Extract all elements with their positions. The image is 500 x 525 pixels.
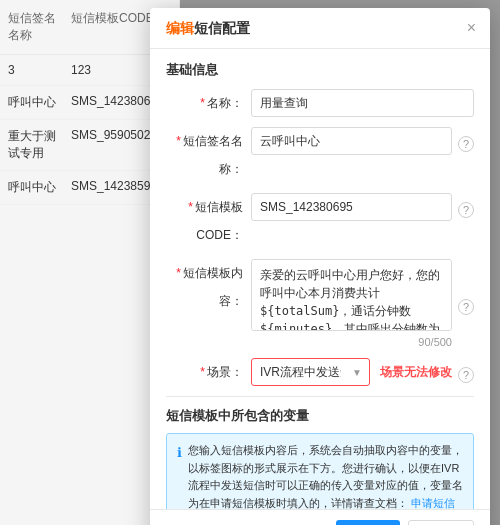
sms-content-label: *短信模板内容： <box>166 259 251 315</box>
char-count: 90/500 <box>251 336 452 348</box>
sms-code-field-row: *短信模板CODE： ? <box>166 193 474 249</box>
close-button[interactable]: × <box>467 20 476 36</box>
scene-help-icon[interactable]: ? <box>458 367 474 383</box>
info-icon: ℹ <box>177 443 182 509</box>
scene-label: *场景： <box>166 358 251 386</box>
sms-content-field-row: *短信模板内容： 亲爱的云呼叫中心用户您好，您的呼叫中心本月消费共计${tota… <box>166 259 474 348</box>
sms-code-help-icon[interactable]: ? <box>458 202 474 218</box>
sms-signature-value: ? <box>251 127 474 155</box>
scene-select-wrapper: IVR流程中发送短信 ▼ <box>251 358 370 386</box>
sms-signature-help-icon[interactable]: ? <box>458 136 474 152</box>
basic-info-title: 基础信息 <box>166 61 474 79</box>
scene-select[interactable]: IVR流程中发送短信 <box>251 358 370 386</box>
name-input[interactable] <box>251 89 474 117</box>
scene-field-row: *场景： IVR流程中发送短信 ▼ 场景无法修改 ? <box>166 358 474 386</box>
sms-signature-field-row: *短信签名名称： ? <box>166 127 474 183</box>
name-field-row: *名称： <box>166 89 474 117</box>
sms-content-textarea[interactable]: 亲爱的云呼叫中心用户您好，您的呼叫中心本月消费共计${totalSum}，通话分… <box>251 259 452 331</box>
sms-signature-label: *短信签名名称： <box>166 127 251 183</box>
name-value <box>251 89 474 117</box>
dialog-footer: 确定 取消 <box>150 509 490 525</box>
variables-title: 短信模板中所包含的变量 <box>166 407 474 425</box>
sms-config-dialog: 编辑短信配置 × 基础信息 *名称： *短信签名名称： ? <box>150 8 490 525</box>
dialog-title: 编辑短信配置 <box>166 20 250 38</box>
dialog-header: 编辑短信配置 × <box>150 8 490 49</box>
scene-value: IVR流程中发送短信 ▼ 场景无法修改 ? <box>251 358 474 386</box>
sms-content-value: 亲爱的云呼叫中心用户您好，您的呼叫中心本月消费共计${totalSum}，通话分… <box>251 259 474 348</box>
confirm-button[interactable]: 确定 <box>336 520 400 525</box>
info-box: ℹ 您输入短信模板内容后，系统会自动抽取内容中的变量，以标签图标的形式展示在下方… <box>166 433 474 509</box>
sms-code-input[interactable] <box>251 193 452 221</box>
variables-section: 短信模板中所包含的变量 ℹ 您输入短信模板内容后，系统会自动抽取内容中的变量，以… <box>166 396 474 509</box>
info-text: 您输入短信模板内容后，系统会自动抽取内容中的变量，以标签图标的形式展示在下方。您… <box>188 442 463 509</box>
sms-signature-input[interactable] <box>251 127 452 155</box>
sms-content-help-icon[interactable]: ? <box>458 299 474 315</box>
dialog-body: 基础信息 *名称： *短信签名名称： ? *短信模板CODE： <box>150 49 490 509</box>
scene-error-text: 场景无法修改 <box>380 358 452 386</box>
cancel-button[interactable]: 取消 <box>408 520 474 525</box>
name-label: *名称： <box>166 89 251 117</box>
col-signature-header: 短信签名名称 <box>8 10 63 44</box>
sms-code-value: ? <box>251 193 474 221</box>
sms-code-label: *短信模板CODE： <box>166 193 251 249</box>
